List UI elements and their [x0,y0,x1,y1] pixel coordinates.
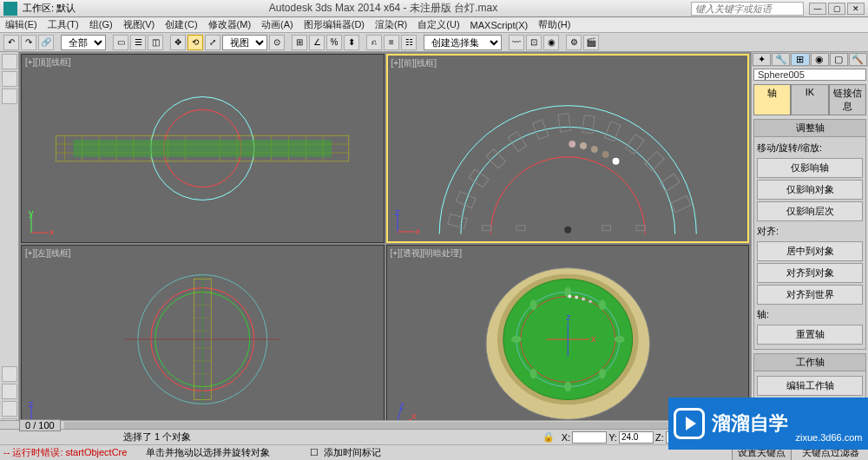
menu-group[interactable]: 组(G) [89,18,113,31]
svg-rect-33 [604,122,620,141]
material-editor-button[interactable]: ◉ [543,35,559,50]
viewport-persp-label[interactable]: [+][透视][明暗处理] [391,247,463,260]
mirror-button[interactable]: ⎌ [366,35,382,50]
add-time-tag-button[interactable]: 添加时间标记 [324,446,381,459]
menu-create[interactable]: 创建(C) [165,18,197,31]
edit-working-pivot-button[interactable]: 编辑工作轴 [757,376,863,396]
align-to-world-button[interactable]: 对齐到世界 [757,285,863,305]
layers-button[interactable]: ☷ [401,35,417,50]
redo-button[interactable]: ↷ [21,35,36,50]
svg-rect-38 [482,226,490,231]
rotate-button[interactable]: ⟲ [187,35,203,50]
pivot-tab[interactable]: 轴 [753,84,791,115]
svg-point-78 [598,369,605,379]
pivot-button[interactable]: ⊙ [269,35,285,50]
motion-tab[interactable]: ◉ [811,53,829,66]
play-icon [674,408,705,439]
script-error-text: -- 运行时错误: startObjectCre [3,446,127,459]
render-setup-button[interactable]: ⚙ [566,35,582,50]
svg-rect-40 [602,226,610,231]
menu-tools[interactable]: 工具(T) [48,18,79,31]
menu-bar: 编辑(E) 工具(T) 组(G) 视图(V) 创建(C) 修改器(M) 动画(A… [0,17,868,33]
named-selection-dropdown[interactable]: 创建选择集 [424,35,502,50]
align-button[interactable]: ≡ [384,35,399,50]
link-button[interactable]: 🔗 [38,35,54,50]
ik-tab[interactable]: IK [791,84,828,115]
lt-btn-2[interactable] [2,71,17,87]
modify-tab[interactable]: 🔧 [772,53,790,66]
viewport-front[interactable]: [+][前][线框] [386,54,750,243]
affect-hierarchy-only-button[interactable]: 仅影响层次 [757,201,863,221]
window-title: Autodesk 3ds Max 2014 x64 - 未注册版 台灯.max [76,1,691,16]
spinner-snap-button[interactable]: ⬍ [344,35,359,50]
viewport-top-label[interactable]: [+][顶][线框] [25,56,71,69]
select-button[interactable]: ▭ [113,35,128,50]
svg-point-77 [614,336,624,343]
align-to-object-button[interactable]: 对齐到对象 [757,263,863,283]
svg-text:x: x [591,333,596,344]
minimize-button[interactable]: — [809,3,826,15]
linkinfo-tab[interactable]: 链接信息 [829,84,866,115]
utilities-tab[interactable]: 🔨 [849,53,867,66]
menu-modifiers[interactable]: 修改器(M) [208,18,252,31]
viewport-top[interactable]: [+][顶][线框] xy [21,54,385,243]
render-button[interactable]: 🎬 [583,35,599,50]
menu-edit[interactable]: 编辑(E) [5,18,37,31]
maximize-button[interactable]: ▢ [828,3,845,15]
select-name-button[interactable]: ☰ [130,35,146,50]
lt-btn-b[interactable] [2,384,17,399]
menu-rendering[interactable]: 渲染(R) [375,18,407,31]
menu-view[interactable]: 视图(V) [123,18,155,31]
lt-btn-c[interactable] [2,401,17,417]
object-name-field[interactable]: Sphere005 [753,69,866,81]
schematic-button[interactable]: ⊡ [526,35,542,50]
svg-text:x: x [416,226,419,236]
selection-filter-dropdown[interactable]: 全部 [61,35,106,50]
viewport-front-label[interactable]: [+][前][线框] [391,57,437,69]
coord-x-input[interactable] [572,431,607,444]
svg-rect-27 [469,169,489,187]
svg-rect-30 [532,120,548,140]
workspace-dropdown[interactable]: 工作区: 默认 [23,2,76,15]
lt-btn-3[interactable] [2,89,17,104]
scale-button[interactable]: ⤢ [205,35,220,50]
menu-customize[interactable]: 自定义(U) [418,18,459,31]
menu-animation[interactable]: 动画(A) [261,18,293,31]
menu-help[interactable]: 帮助(H) [538,18,570,31]
ref-coord-dropdown[interactable]: 视图 [222,35,267,50]
affect-pivot-only-button[interactable]: 仅影响轴 [757,158,863,178]
percent-snap-button[interactable]: % [326,35,342,50]
select-region-button[interactable]: ◫ [148,35,163,50]
display-tab[interactable]: ▢ [830,53,848,66]
frame-indicator[interactable]: 0 / 100 [19,419,61,431]
move-button[interactable]: ✥ [170,35,186,50]
create-tab[interactable]: ✦ [753,53,771,66]
curve-editor-button[interactable]: 〰 [509,35,524,50]
svg-point-84 [575,295,578,299]
center-to-object-button[interactable]: 居中到对象 [757,241,863,261]
lt-btn-1[interactable] [2,54,17,69]
snap-toggle[interactable]: ⊞ [292,35,307,50]
menu-maxscript[interactable]: MAXScript(X) [470,20,529,30]
move-rotate-scale-label: 移动/旋转/缩放: [757,140,863,156]
undo-button[interactable]: ↶ [3,35,19,50]
main-toolbar: ↶ ↷ 🔗 全部 ▭ ☰ ◫ ✥ ⟲ ⤢ 视图 ⊙ ⊞ ∠ % ⬍ ⎌ ≡ ☷ … [0,33,868,52]
svg-rect-26 [456,192,476,208]
hierarchy-tab[interactable]: ⊞ [791,53,809,66]
reset-pivot-button[interactable]: 重置轴 [757,325,863,345]
affect-object-only-button[interactable]: 仅影响对象 [757,180,863,200]
help-search-input[interactable] [691,2,804,16]
angle-snap-button[interactable]: ∠ [309,35,325,50]
menu-grapheditors[interactable]: 图形编辑器(D) [304,18,365,31]
close-button[interactable]: ✕ [847,3,865,15]
lt-btn-a[interactable] [2,366,17,382]
viewport-left-label[interactable]: [+][左][线框] [25,247,71,260]
svg-rect-20 [74,140,332,157]
svg-point-85 [582,297,585,300]
coord-y-input[interactable] [619,431,654,444]
viewport-left[interactable]: [+][左][线框] yz [21,245,385,434]
working-pivot-header[interactable]: 工作轴 [754,354,865,371]
svg-point-82 [529,299,536,310]
svg-point-47 [564,227,571,233]
adjust-pivot-header[interactable]: 调整轴 [754,120,865,137]
